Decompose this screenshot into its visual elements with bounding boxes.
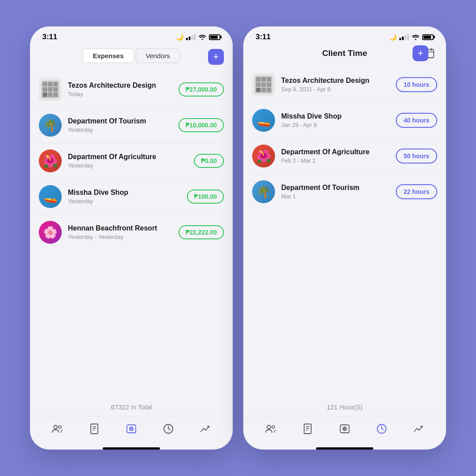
item-name: Department Of Agriculture <box>281 148 396 156</box>
right-status-bar: 3:11 🌙 <box>243 26 446 45</box>
expenses-list: Tezos Architecture Design Today ₱27,000.… <box>30 68 233 398</box>
avatar <box>39 78 62 101</box>
wifi-icon <box>198 34 206 40</box>
bottom-nav <box>30 416 233 444</box>
svg-point-18 <box>272 426 275 428</box>
svg-line-12 <box>168 429 170 430</box>
item-info: Hennan Beachfront Resort Yesterday - Yes… <box>68 224 178 240</box>
amount-badge: ₱22,222.00 <box>178 225 224 239</box>
add-button[interactable]: + <box>413 45 428 61</box>
amount-badge: ₱100.00 <box>187 190 224 204</box>
avatar <box>252 73 275 96</box>
add-button[interactable]: + <box>208 49 224 65</box>
list-item: 🌺 Department Of Agriculture Yesterday ₱0… <box>39 143 224 179</box>
amount-badge: ₱18,000.00 <box>178 118 224 132</box>
item-date: Feb 2 - Mar 2 <box>281 157 396 164</box>
signal-icon <box>186 34 196 40</box>
tab-bar: Expenses Vendors + <box>30 45 233 68</box>
item-date: Sep 9, 2021 - Apr 8 <box>281 86 396 93</box>
item-name: Tezos Architecture Design <box>281 77 396 85</box>
right-status-icons: 🌙 <box>389 33 434 41</box>
item-date: Yesterday <box>68 126 178 133</box>
nav-clients[interactable] <box>264 423 277 435</box>
nav-documents[interactable] <box>88 423 100 435</box>
nav-time[interactable] <box>376 423 388 435</box>
moon-icon: 🌙 <box>176 33 183 41</box>
list-item: 🌺 Department Of Agriculture Feb 2 - Mar … <box>252 138 437 174</box>
list-item: 🚤 Missha Dive Shop Jan 29 - Apr 6 40 hou… <box>252 103 437 138</box>
nav-reports[interactable] <box>413 423 425 435</box>
item-info: Department Of Tourism Yesterday <box>68 117 178 133</box>
list-item: 🌴 Department Of Tourism Mar 1 22 hours <box>252 174 437 209</box>
left-status-icons: 🌙 <box>176 33 220 41</box>
architecture-icon <box>41 81 59 98</box>
svg-rect-2 <box>91 424 98 434</box>
left-status-bar: 3:11 🌙 <box>30 26 233 45</box>
tab-vendors[interactable]: Vendors <box>136 48 180 63</box>
nav-time[interactable] <box>162 423 175 435</box>
left-phone: 3:11 🌙 <box>30 26 233 450</box>
signal-icon <box>399 34 409 40</box>
item-name: Department Of Tourism <box>68 117 178 125</box>
item-info: Missha Dive Shop Yesterday <box>68 189 187 205</box>
avatar: 🌴 <box>252 180 275 203</box>
item-name: Tezos Architecture Design <box>68 82 178 89</box>
avatar: 🚤 <box>252 109 275 132</box>
nav-documents[interactable] <box>301 423 314 435</box>
documents-icon <box>301 423 314 435</box>
nav-reports[interactable] <box>199 423 212 435</box>
clients-icon <box>51 423 63 435</box>
time-icon <box>162 423 175 435</box>
nav-expenses[interactable] <box>338 423 351 435</box>
hours-badge: 10 hours <box>396 77 437 92</box>
left-status-time: 3:11 <box>42 33 57 41</box>
total-bar: 67322 in Total <box>30 398 233 416</box>
amount-badge: ₱27,000.00 <box>178 82 224 97</box>
list-item: Tezos Architecture Design Today ₱27,000.… <box>39 72 224 108</box>
item-date: Yesterday <box>68 198 187 205</box>
item-name: Hennan Beachfront Resort <box>68 224 178 232</box>
item-date: Mar 1 <box>281 193 396 200</box>
item-date: Yesterday - Yesterday <box>68 234 178 240</box>
expenses-icon <box>338 423 351 435</box>
clients-icon <box>264 423 277 435</box>
svg-rect-19 <box>304 424 311 434</box>
item-name: Department Of Agriculture <box>68 153 194 161</box>
documents-icon <box>88 423 100 435</box>
client-header: Client Time + <box>243 45 446 63</box>
time-icon <box>376 423 388 435</box>
avatar: 🌺 <box>39 149 62 172</box>
home-bar <box>103 447 160 450</box>
item-info: Department Of Tourism Mar 1 <box>281 184 396 200</box>
item-info: Tezos Architecture Design Today <box>68 82 178 97</box>
expenses-icon <box>125 423 138 435</box>
page-title: Client Time <box>322 48 367 58</box>
item-info: Missha Dive Shop Jan 29 - Apr 6 <box>281 112 396 128</box>
architecture-icon <box>255 76 272 93</box>
amount-badge: ₱0.00 <box>194 154 224 168</box>
avatar: 🌴 <box>39 114 62 137</box>
nav-expenses[interactable] <box>125 423 138 435</box>
item-date: Today <box>68 91 178 97</box>
moon-icon: 🌙 <box>389 33 397 41</box>
item-name: Department Of Tourism <box>281 184 396 192</box>
svg-line-29 <box>382 429 383 430</box>
total-label: 67322 in Total <box>111 403 152 411</box>
screens-wrapper: 3:11 🌙 <box>30 26 446 450</box>
item-date: Jan 29 - Apr 6 <box>281 122 396 128</box>
list-item: Tezos Architecture Design Sep 9, 2021 - … <box>252 67 437 103</box>
item-date: Yesterday <box>68 162 194 169</box>
avatar: 🚤 <box>39 185 62 208</box>
list-item: 🚤 Missha Dive Shop Yesterday ₱100.00 <box>39 179 224 215</box>
avatar: 🌸 <box>39 221 62 244</box>
tab-expenses[interactable]: Expenses <box>82 48 134 63</box>
svg-point-0 <box>54 425 57 429</box>
right-phone: 3:11 🌙 <box>243 26 446 450</box>
item-info: Tezos Architecture Design Sep 9, 2021 - … <box>281 77 396 93</box>
wifi-icon <box>412 34 420 40</box>
nav-clients[interactable] <box>51 423 63 435</box>
hours-badge: 50 hours <box>396 149 437 164</box>
reports-icon <box>413 423 425 435</box>
svg-point-1 <box>59 426 61 428</box>
home-bar <box>316 447 373 450</box>
